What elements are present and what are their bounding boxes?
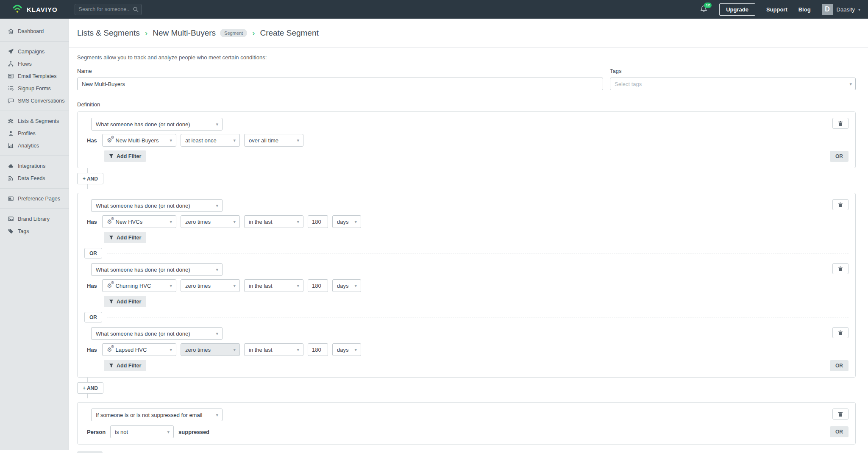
blog-link[interactable]: Blog — [798, 6, 811, 13]
delete-condition-button[interactable] — [832, 199, 849, 210]
caret-down-icon: ▾ — [297, 283, 299, 289]
sidebar-group: Preference Pages — [0, 188, 69, 208]
breadcrumb-segment-name[interactable]: New Multi-Buyers — [153, 28, 216, 38]
condition-type-select[interactable]: If someone is or is not suppressed for e… — [91, 409, 223, 421]
condition-type-select[interactable]: What someone has done (or not done) ▾ — [91, 327, 223, 340]
unit-select[interactable]: days ▾ — [332, 279, 361, 292]
sidebar-item-flows[interactable]: Flows — [0, 58, 69, 70]
sidebar-item-label: Preference Pages — [18, 196, 60, 202]
metric-select[interactable]: ⚙⚙ Churning HVC ▾ — [102, 279, 176, 292]
add-filter-button[interactable]: Add Filter — [104, 150, 146, 162]
sidebar-item-lists-segments[interactable]: Lists & Segments — [0, 115, 69, 127]
days-count-input[interactable] — [308, 215, 328, 228]
sidebar-item-analytics[interactable]: Analytics — [0, 139, 69, 152]
sidebar-item-label: Profiles — [18, 131, 36, 136]
bar-chart-icon — [7, 142, 14, 149]
or-chip-button[interactable]: OR — [84, 248, 102, 258]
name-label: Name — [77, 68, 603, 74]
days-count-input[interactable] — [308, 343, 328, 356]
frequency-select[interactable]: zero times ▾ — [181, 343, 240, 356]
sidebar-item-preference-pages[interactable]: Preference Pages — [0, 192, 69, 205]
dashed-separator — [107, 317, 849, 317]
delete-condition-button[interactable] — [832, 118, 849, 129]
klaviyo-logo[interactable]: KLAVIYO — [12, 4, 58, 15]
main-content: Lists & Segments › New Multi-Buyers Segm… — [69, 19, 868, 453]
select-value: zero times — [185, 283, 211, 289]
tags-select[interactable]: ▾ — [610, 78, 856, 90]
sidebar-item-signup-forms[interactable]: Signup Forms — [0, 82, 69, 94]
brand-name: KLAVIYO — [27, 6, 58, 13]
select-value: What someone has done (or not done) — [96, 267, 190, 273]
frequency-select[interactable]: zero times ▾ — [181, 215, 240, 228]
timeframe-select[interactable]: in the last ▾ — [244, 215, 303, 228]
search-icon[interactable] — [133, 6, 139, 14]
sidebar-item-dashboard[interactable]: Dashboard — [0, 25, 69, 37]
select-value: days — [337, 219, 348, 225]
delete-condition-button[interactable] — [832, 409, 849, 420]
frequency-select[interactable]: zero times ▾ — [181, 279, 240, 292]
timeframe-select[interactable]: in the last ▾ — [244, 343, 303, 356]
caret-down-icon: ▾ — [354, 219, 357, 225]
frequency-select[interactable]: at least once ▾ — [181, 134, 240, 147]
has-label: Has — [87, 219, 98, 225]
list-icon — [7, 85, 14, 92]
delete-condition-button[interactable] — [832, 263, 849, 274]
trash-icon — [838, 121, 843, 126]
add-filter-button[interactable]: Add Filter — [104, 360, 146, 371]
caret-down-icon: ▾ — [216, 267, 218, 272]
timeframe-select[interactable]: in the last ▾ — [244, 279, 303, 292]
sidebar-item-campaigns[interactable]: Campaigns — [0, 45, 69, 58]
segment-name-input[interactable] — [77, 78, 603, 90]
select-value: zero times — [185, 347, 211, 353]
condition-type-select[interactable]: What someone has done (or not done) ▾ — [91, 263, 223, 276]
condition-type-select[interactable]: What someone has done (or not done) ▾ — [91, 118, 223, 131]
sidebar-item-tags[interactable]: Tags — [0, 225, 69, 237]
condition-group: What someone has done (or not done) ▾ Ha… — [84, 327, 849, 371]
condition-type-row: What someone has done (or not done) ▾ — [91, 118, 849, 131]
topbar-actions: 12 Upgrade Support Blog D Daasity ▾ — [700, 3, 860, 16]
delete-condition-button[interactable] — [832, 327, 849, 338]
add-filter-button[interactable]: Add Filter — [104, 296, 146, 307]
sidebar-item-brand-library[interactable]: Brand Library — [0, 213, 69, 225]
notifications-bell-icon[interactable]: 12 — [700, 5, 708, 14]
condition-type-select[interactable]: What someone has done (or not done) ▾ — [91, 199, 223, 212]
support-link[interactable]: Support — [766, 6, 787, 13]
add-filter-button[interactable]: Add Filter — [104, 232, 146, 243]
sidebar-item-label: Campaigns — [18, 49, 45, 55]
home-icon — [7, 28, 14, 35]
unit-select[interactable]: days ▾ — [332, 215, 361, 228]
or-button[interactable]: OR — [830, 151, 849, 162]
select-value: New Multi-Buyers — [116, 137, 159, 144]
metric-select[interactable]: ⚙⚙ Lapsed HVC ▾ — [102, 343, 176, 356]
upgrade-button[interactable]: Upgrade — [719, 3, 755, 16]
sidebar-item-sms-conversations[interactable]: SMS Conversations — [0, 94, 69, 107]
or-button[interactable]: OR — [830, 360, 849, 371]
sidebar-item-integrations[interactable]: Integrations — [0, 160, 69, 172]
metric-select[interactable]: ⚙⚙ New Multi-Buyers ▾ — [102, 134, 176, 147]
metric-select[interactable]: ⚙⚙ New HVCs ▾ — [102, 215, 176, 228]
caret-down-icon: ▾ — [297, 219, 299, 225]
tags-input[interactable] — [610, 78, 856, 90]
or-divider: OR — [84, 248, 849, 258]
connector-line — [87, 168, 88, 173]
search-input[interactable] — [75, 4, 142, 15]
condition-group: What someone has done (or not done) ▾ Ha… — [84, 263, 849, 307]
sidebar-item-email-templates[interactable]: Email Templates — [0, 70, 69, 82]
select-value: What someone has done (or not done) — [96, 331, 190, 337]
account-menu[interactable]: D Daasity ▾ — [822, 4, 860, 15]
and-button[interactable]: + AND — [77, 451, 103, 453]
sidebar-item-profiles[interactable]: Profiles — [0, 127, 69, 139]
unit-select[interactable]: days ▾ — [332, 343, 361, 356]
suppression-operator-select[interactable]: is not ▾ — [110, 425, 174, 438]
and-button[interactable]: + AND — [77, 382, 103, 394]
and-button[interactable]: + AND — [77, 173, 103, 184]
timeframe-select[interactable]: over all time ▾ — [244, 134, 303, 147]
breadcrumb-lists-segments[interactable]: Lists & Segments — [77, 28, 140, 38]
or-chip-button[interactable]: OR — [84, 312, 102, 322]
days-count-input[interactable] — [308, 279, 328, 292]
funnel-icon — [109, 299, 114, 304]
caret-down-icon: ▾ — [167, 429, 170, 435]
or-button[interactable]: OR — [830, 426, 849, 437]
caret-down-icon: ▾ — [170, 347, 172, 353]
sidebar-item-data-feeds[interactable]: Data Feeds — [0, 172, 69, 184]
